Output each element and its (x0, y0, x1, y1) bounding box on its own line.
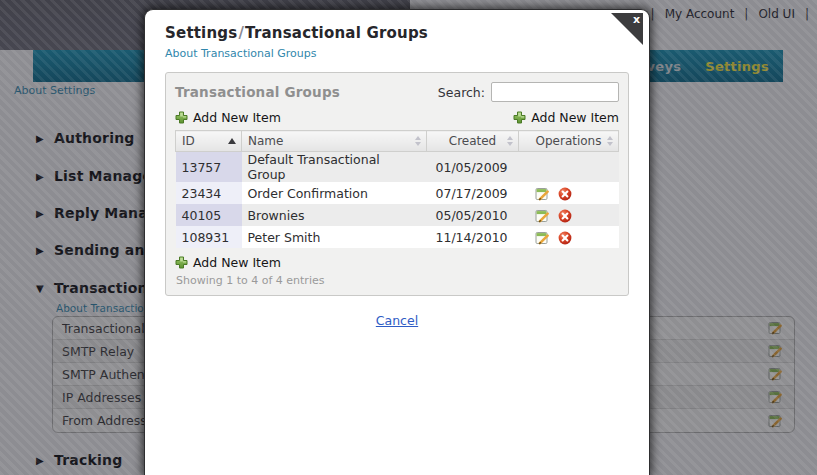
column-header-id[interactable]: ID (176, 131, 242, 152)
column-label: Created (449, 134, 497, 148)
cell-operations (519, 152, 619, 183)
transactional-groups-panel: Transactional Groups Search: Add New Ite… (165, 72, 629, 296)
add-new-item-label: Add New Item (193, 255, 281, 270)
edit-icon[interactable] (535, 231, 549, 245)
add-icon (175, 111, 188, 124)
cell-name: Order Confirmation (242, 182, 427, 204)
cell-created: 01/05/2009 (427, 152, 519, 183)
cell-created: 11/14/2010 (427, 226, 519, 248)
column-label: Operations (536, 134, 602, 148)
sort-icon (415, 136, 421, 146)
cell-created: 05/05/2010 (427, 204, 519, 226)
column-header-created[interactable]: Created (427, 131, 519, 152)
add-new-item-button-left[interactable]: Add New Item (175, 110, 281, 125)
pagination-info: Showing 1 to 4 of 4 entries (176, 274, 619, 287)
cell-name: Peter Smith (242, 226, 427, 248)
sort-ascending-icon (228, 138, 236, 144)
cell-operations (519, 182, 619, 204)
modal-title-settings: Settings (165, 24, 237, 42)
add-new-item-label: Add New Item (193, 110, 281, 125)
transactional-groups-modal: x Settings/Transactional Groups About Tr… (144, 9, 650, 475)
column-label: ID (182, 134, 195, 148)
about-transactional-groups-link[interactable]: About Transactional Groups (165, 47, 316, 60)
search-label: Search: (438, 85, 485, 100)
close-button[interactable]: x (611, 13, 643, 45)
table-row[interactable]: 40105 Brownies 05/05/2010 (176, 204, 619, 226)
cell-id: 13757 (176, 152, 242, 183)
add-item-row-top: Add New Item Add New Item (175, 110, 619, 125)
edit-icon[interactable] (535, 187, 549, 201)
close-icon: x (633, 14, 640, 25)
column-header-operations[interactable]: Operations (519, 131, 619, 152)
cell-name: Default Transactional Group (242, 152, 427, 183)
panel-title: Transactional Groups (175, 84, 340, 100)
add-icon (513, 111, 526, 124)
cell-operations (519, 226, 619, 248)
search-box: Search: (438, 82, 619, 102)
panel-header: Transactional Groups Search: (175, 80, 619, 104)
column-label: Name (248, 134, 283, 148)
delete-icon[interactable] (558, 187, 572, 201)
modal-title: Settings/Transactional Groups (165, 24, 629, 42)
screen: hen) | My Account | Old UI | Surveys Set… (0, 0, 817, 475)
table-row[interactable]: 23434 Order Confirmation 07/17/2009 (176, 182, 619, 204)
edit-icon[interactable] (535, 209, 549, 223)
table-header-row: ID Name Created Operations (176, 131, 619, 152)
column-header-name[interactable]: Name (242, 131, 427, 152)
add-icon (175, 256, 188, 269)
add-new-item-button-bottom[interactable]: Add New Item (175, 255, 281, 270)
cell-id: 40105 (176, 204, 242, 226)
cell-name: Brownies (242, 204, 427, 226)
sort-icon (507, 136, 513, 146)
delete-icon[interactable] (558, 209, 572, 223)
modal-title-separator: / (237, 24, 245, 42)
sort-icon (607, 136, 613, 146)
cell-id: 108931 (176, 226, 242, 248)
table-row[interactable]: 108931 Peter Smith 11/14/2010 (176, 226, 619, 248)
modal-title-page: Transactional Groups (245, 24, 428, 42)
cell-id: 23434 (176, 182, 242, 204)
search-input[interactable] (491, 82, 619, 102)
modal-footer: Cancel (165, 310, 629, 329)
table-row[interactable]: 13757 Default Transactional Group 01/05/… (176, 152, 619, 183)
add-item-row-bottom: Add New Item (175, 255, 619, 270)
cell-created: 07/17/2009 (427, 182, 519, 204)
delete-icon[interactable] (558, 231, 572, 245)
cell-operations (519, 204, 619, 226)
cancel-link[interactable]: Cancel (376, 313, 418, 328)
groups-table: ID Name Created Operations (175, 130, 619, 248)
add-new-item-button-right[interactable]: Add New Item (513, 110, 619, 125)
add-new-item-label: Add New Item (531, 110, 619, 125)
